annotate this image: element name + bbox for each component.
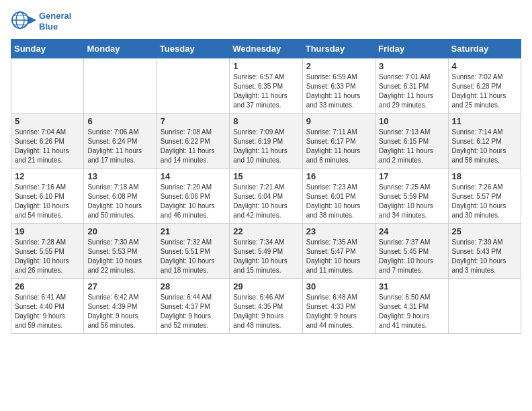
- cell-daylight-info: Sunrise: 7:01 AMSunset: 6:31 PMDaylight:…: [379, 73, 444, 110]
- logo: General Blue: [11, 11, 71, 32]
- calendar-cell: 14Sunrise: 7:20 AMSunset: 6:06 PMDayligh…: [157, 169, 229, 224]
- cell-date-number: 21: [161, 226, 226, 236]
- cell-date-number: 29: [233, 281, 298, 291]
- calendar-cell: 31Sunrise: 6:50 AMSunset: 4:31 PMDayligh…: [375, 279, 448, 334]
- cell-date-number: 8: [233, 116, 298, 126]
- calendar-cell: 24Sunrise: 7:37 AMSunset: 5:45 PMDayligh…: [375, 224, 448, 279]
- cell-daylight-info: Sunrise: 6:41 AMSunset: 4:40 PMDaylight:…: [15, 293, 80, 330]
- weekday-header: Thursday: [302, 40, 375, 58]
- calendar-cell: 1Sunrise: 6:57 AMSunset: 6:35 PMDaylight…: [230, 58, 302, 113]
- cell-daylight-info: Sunrise: 7:25 AMSunset: 5:59 PMDaylight:…: [379, 183, 444, 220]
- calendar-cell: 22Sunrise: 7:34 AMSunset: 5:49 PMDayligh…: [230, 224, 302, 279]
- weekday-header: Friday: [375, 40, 448, 58]
- weekday-header: Monday: [84, 40, 157, 58]
- cell-date-number: 2: [306, 61, 371, 71]
- cell-date-number: 24: [379, 226, 444, 236]
- calendar-cell: 26Sunrise: 6:41 AMSunset: 4:40 PMDayligh…: [11, 279, 84, 334]
- cell-daylight-info: Sunrise: 7:35 AMSunset: 5:47 PMDaylight:…: [306, 238, 371, 275]
- calendar-cell: 25Sunrise: 7:39 AMSunset: 5:43 PMDayligh…: [448, 224, 521, 279]
- cell-daylight-info: Sunrise: 7:34 AMSunset: 5:49 PMDaylight:…: [233, 238, 298, 275]
- cell-daylight-info: Sunrise: 6:44 AMSunset: 4:37 PMDaylight:…: [161, 293, 226, 330]
- cell-date-number: 7: [161, 116, 226, 126]
- weekday-header: Sunday: [11, 40, 84, 58]
- cell-date-number: 31: [379, 281, 444, 291]
- cell-daylight-info: Sunrise: 7:21 AMSunset: 6:04 PMDaylight:…: [233, 183, 298, 220]
- cell-daylight-info: Sunrise: 7:13 AMSunset: 6:15 PMDaylight:…: [379, 128, 444, 165]
- calendar-cell: 7Sunrise: 7:08 AMSunset: 6:22 PMDaylight…: [157, 113, 229, 169]
- cell-daylight-info: Sunrise: 7:18 AMSunset: 6:08 PMDaylight:…: [87, 183, 152, 220]
- calendar-week-row: 1Sunrise: 6:57 AMSunset: 6:35 PMDaylight…: [11, 58, 521, 113]
- cell-date-number: 19: [15, 226, 80, 236]
- calendar-cell: 23Sunrise: 7:35 AMSunset: 5:47 PMDayligh…: [302, 224, 375, 279]
- cell-daylight-info: Sunrise: 6:59 AMSunset: 6:33 PMDaylight:…: [306, 73, 371, 110]
- cell-date-number: 12: [15, 171, 80, 181]
- cell-daylight-info: Sunrise: 7:08 AMSunset: 6:22 PMDaylight:…: [161, 128, 226, 165]
- cell-daylight-info: Sunrise: 7:28 AMSunset: 5:55 PMDaylight:…: [15, 238, 80, 275]
- cell-daylight-info: Sunrise: 7:04 AMSunset: 6:26 PMDaylight:…: [15, 128, 80, 165]
- header-row: SundayMondayTuesdayWednesdayThursdayFrid…: [11, 40, 521, 58]
- calendar-cell: 2Sunrise: 6:59 AMSunset: 6:33 PMDaylight…: [302, 58, 375, 113]
- cell-date-number: 3: [379, 61, 444, 71]
- calendar-cell: 28Sunrise: 6:44 AMSunset: 4:37 PMDayligh…: [157, 279, 229, 334]
- cell-date-number: 25: [452, 226, 517, 236]
- cell-daylight-info: Sunrise: 6:46 AMSunset: 4:35 PMDaylight:…: [233, 293, 298, 330]
- cell-date-number: 6: [87, 116, 152, 126]
- calendar-cell: 17Sunrise: 7:25 AMSunset: 5:59 PMDayligh…: [375, 169, 448, 224]
- calendar-cell: 12Sunrise: 7:16 AMSunset: 6:10 PMDayligh…: [11, 169, 84, 224]
- calendar-cell: 21Sunrise: 7:32 AMSunset: 5:51 PMDayligh…: [157, 224, 229, 279]
- cell-daylight-info: Sunrise: 7:09 AMSunset: 6:19 PMDaylight:…: [233, 128, 298, 165]
- calendar-cell: 19Sunrise: 7:28 AMSunset: 5:55 PMDayligh…: [11, 224, 84, 279]
- cell-daylight-info: Sunrise: 7:32 AMSunset: 5:51 PMDaylight:…: [161, 238, 226, 275]
- calendar-cell: 11Sunrise: 7:14 AMSunset: 6:12 PMDayligh…: [448, 113, 521, 169]
- calendar-week-row: 19Sunrise: 7:28 AMSunset: 5:55 PMDayligh…: [11, 224, 521, 279]
- cell-date-number: 28: [161, 281, 226, 291]
- cell-date-number: 27: [87, 281, 152, 291]
- cell-date-number: 20: [87, 226, 152, 236]
- calendar-cell: 3Sunrise: 7:01 AMSunset: 6:31 PMDaylight…: [375, 58, 448, 113]
- cell-date-number: 14: [161, 171, 226, 181]
- calendar-cell: 27Sunrise: 6:42 AMSunset: 4:39 PMDayligh…: [84, 279, 157, 334]
- calendar-cell: 16Sunrise: 7:23 AMSunset: 6:01 PMDayligh…: [302, 169, 375, 224]
- cell-daylight-info: Sunrise: 7:23 AMSunset: 6:01 PMDaylight:…: [306, 183, 371, 220]
- cell-daylight-info: Sunrise: 7:26 AMSunset: 5:57 PMDaylight:…: [452, 183, 517, 220]
- cell-daylight-info: Sunrise: 6:50 AMSunset: 4:31 PMDaylight:…: [379, 293, 444, 330]
- calendar-cell: [11, 58, 84, 113]
- svg-marker-5: [28, 16, 36, 24]
- cell-daylight-info: Sunrise: 7:30 AMSunset: 5:53 PMDaylight:…: [87, 238, 152, 275]
- cell-daylight-info: Sunrise: 6:48 AMSunset: 4:33 PMDaylight:…: [306, 293, 371, 330]
- calendar-cell: 15Sunrise: 7:21 AMSunset: 6:04 PMDayligh…: [230, 169, 302, 224]
- header: General Blue: [11, 11, 521, 32]
- calendar-cell: 9Sunrise: 7:11 AMSunset: 6:17 PMDaylight…: [302, 113, 375, 169]
- calendar-cell: [448, 279, 521, 334]
- weekday-header: Tuesday: [157, 40, 229, 58]
- cell-date-number: 9: [306, 116, 371, 126]
- cell-date-number: 4: [452, 61, 517, 71]
- cell-date-number: 17: [379, 171, 444, 181]
- calendar-cell: [84, 58, 157, 113]
- cell-date-number: 23: [306, 226, 371, 236]
- cell-daylight-info: Sunrise: 7:39 AMSunset: 5:43 PMDaylight:…: [452, 238, 517, 275]
- cell-date-number: 16: [306, 171, 371, 181]
- calendar-cell: 20Sunrise: 7:30 AMSunset: 5:53 PMDayligh…: [84, 224, 157, 279]
- logo-text: General Blue: [39, 11, 71, 32]
- cell-daylight-info: Sunrise: 7:14 AMSunset: 6:12 PMDaylight:…: [452, 128, 517, 165]
- calendar-week-row: 12Sunrise: 7:16 AMSunset: 6:10 PMDayligh…: [11, 169, 521, 224]
- cell-date-number: 26: [15, 281, 80, 291]
- cell-daylight-info: Sunrise: 7:20 AMSunset: 6:06 PMDaylight:…: [161, 183, 226, 220]
- cell-date-number: 30: [306, 281, 371, 291]
- cell-date-number: 5: [15, 116, 80, 126]
- calendar-cell: 29Sunrise: 6:46 AMSunset: 4:35 PMDayligh…: [230, 279, 302, 334]
- calendar-cell: 6Sunrise: 7:06 AMSunset: 6:24 PMDaylight…: [84, 113, 157, 169]
- calendar-cell: 8Sunrise: 7:09 AMSunset: 6:19 PMDaylight…: [230, 113, 302, 169]
- calendar-cell: 30Sunrise: 6:48 AMSunset: 4:33 PMDayligh…: [302, 279, 375, 334]
- cell-daylight-info: Sunrise: 6:57 AMSunset: 6:35 PMDaylight:…: [233, 73, 298, 110]
- cell-date-number: 13: [87, 171, 152, 181]
- cell-date-number: 22: [233, 226, 298, 236]
- cell-daylight-info: Sunrise: 7:16 AMSunset: 6:10 PMDaylight:…: [15, 183, 80, 220]
- calendar-week-row: 26Sunrise: 6:41 AMSunset: 4:40 PMDayligh…: [11, 279, 521, 334]
- calendar-cell: 10Sunrise: 7:13 AMSunset: 6:15 PMDayligh…: [375, 113, 448, 169]
- calendar-cell: [157, 58, 229, 113]
- cell-daylight-info: Sunrise: 6:42 AMSunset: 4:39 PMDaylight:…: [87, 293, 152, 330]
- cell-date-number: 1: [233, 61, 298, 71]
- weekday-header: Saturday: [448, 40, 521, 58]
